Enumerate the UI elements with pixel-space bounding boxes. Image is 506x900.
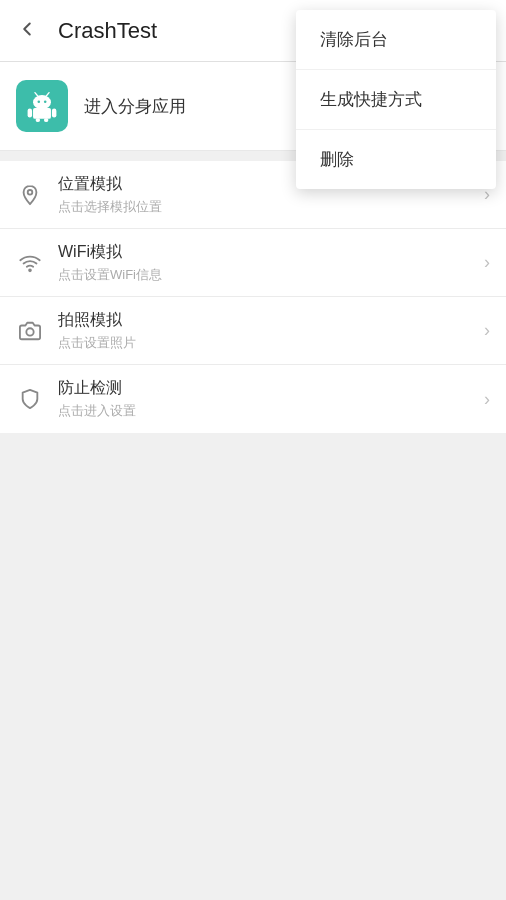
context-menu: 清除后台 生成快捷方式 删除 [296,10,496,189]
context-menu-item-create-shortcut[interactable]: 生成快捷方式 [296,70,496,130]
context-menu-item-delete[interactable]: 删除 [296,130,496,189]
context-menu-item-clear-bg[interactable]: 清除后台 [296,10,496,70]
